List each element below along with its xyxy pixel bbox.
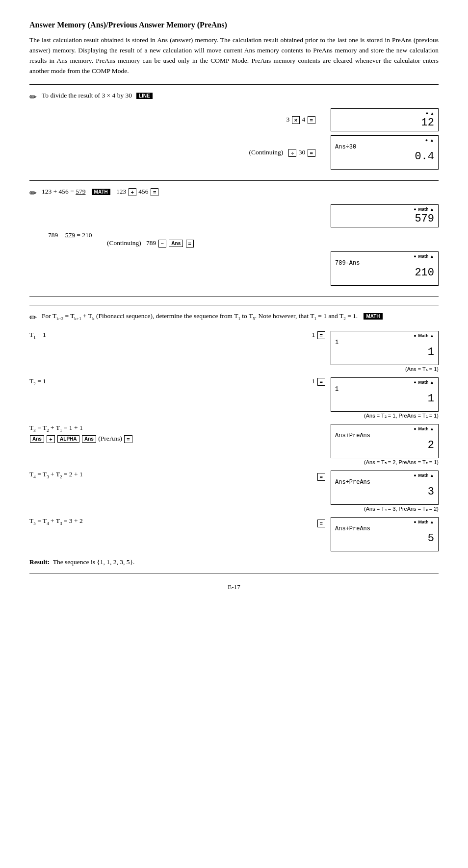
t2-result: 1 <box>335 393 434 405</box>
screen-indicator1: ● <box>426 111 428 116</box>
multiply-key: × <box>292 116 300 124</box>
t5-row: T5 = T4 + T3 = 3 + 2 = ● Math ▲ Ans+PreA… <box>29 517 439 551</box>
t2-note: (Ans = T₂ = 1, PreAns = T₁ = 1) <box>331 413 439 419</box>
eq-t2: = <box>317 378 325 386</box>
pencil-icon: ✏ <box>29 92 37 102</box>
example1-step1-keys: 3 × 4 = <box>29 116 321 124</box>
t2-label: T2 = 1 <box>29 377 46 385</box>
page-number: E-17 <box>29 583 439 591</box>
t1-screen-input: 1 <box>335 339 434 346</box>
example1-step2-keys: (Continuing) ÷ 30 = <box>29 149 321 157</box>
screen-circle-t5: ● <box>414 520 416 524</box>
t5-left: T5 = T4 + T3 = 3 + 2 = <box>29 517 331 527</box>
t2-keys: 1 = <box>312 377 331 386</box>
pencil-icon2: ✏ <box>29 188 37 198</box>
ans2-key-t3: Ans <box>82 435 96 443</box>
t1-result: 1 <box>335 346 434 358</box>
screen-circle-t4: ● <box>414 473 416 478</box>
t5-screen: ● Math ▲ Ans+PreAns 5 <box>331 517 439 551</box>
ans-key-t3: Ans <box>30 435 44 443</box>
divide-key: ÷ <box>288 149 296 157</box>
t3-label-line1: T3 = T2 + T1 = 1 + 1 <box>29 424 331 433</box>
example2-header: ✏ 123 + 456 = 579 MATH 123 + 456 = <box>29 188 439 198</box>
eq-t1: = <box>317 331 325 339</box>
fibonacci-section: ✏ For Tk+2 = Tk+1 + Tk (Fibonacci sequen… <box>29 305 439 566</box>
screen-circle3: ● <box>414 207 416 212</box>
example2-step1-screen: ● Math ▲ 579 <box>331 204 439 227</box>
t2-screen-area: ● Math ▲ 1 1 (Ans = T₂ = 1, PreAns = T₁ … <box>331 377 439 419</box>
example2-block: ✏ 123 + 456 = 579 MATH 123 + 456 = ● Mat… <box>29 181 439 297</box>
t4-left: T4 = T3 + T2 = 2 + 1 = <box>29 471 331 481</box>
t2-row: T2 = 1 1 = ● Math ▲ 1 1 (Ans = T₂ = 1, P… <box>29 377 439 419</box>
plus-key: + <box>129 188 136 196</box>
t2-screen-input: 1 <box>335 386 434 393</box>
screen-circle4: ● <box>414 254 416 259</box>
screen-math-t2: Math ▲ <box>418 380 434 385</box>
math-badge2: MATH <box>364 313 382 320</box>
screen-math-t1: Math ▲ <box>418 333 434 338</box>
t2-left: T2 = 1 1 = <box>29 377 331 386</box>
eq-key4: = <box>186 240 194 248</box>
example1-block: ✏ To divide the result of 3 × 4 by 30 LI… <box>29 84 439 181</box>
t1-screen: ● Math ▲ 1 1 <box>331 331 439 365</box>
t1-screen-area: ● Math ▲ 1 1 (Ans = T₁ = 1) <box>331 331 439 372</box>
alpha-key-t3: ALPHA <box>57 435 79 443</box>
screen-circle-t3: ● <box>414 426 416 431</box>
t5-screen-area: ● Math ▲ Ans+PreAns 5 <box>331 517 439 551</box>
screen-arrow2: ▲ <box>430 138 434 143</box>
example1-header-text: To divide the result of 3 × 4 by 30 LINE <box>42 92 154 99</box>
example2-step2-screen: ● Math ▲ 789-Ans 210 <box>331 251 439 286</box>
pencil-icon3: ✏ <box>29 312 37 323</box>
eq-key3: = <box>151 188 158 196</box>
example1-header: ✏ To divide the result of 3 × 4 by 30 LI… <box>29 92 439 102</box>
t3-screen-input: Ans+PreAns <box>335 432 434 439</box>
equals-key2: = <box>308 149 315 157</box>
t1-left: T1 = 1 1 = <box>29 331 331 340</box>
page-content: Answer Memory (Ans)/Previous Answer Memo… <box>29 20 439 591</box>
screen-arrow1: ▲ <box>430 111 434 116</box>
screen-circle-t2: ● <box>414 380 416 385</box>
fib-intro-text: For Tk+2 = Tk+1 + Tk (Fibonacci sequence… <box>42 312 384 321</box>
example2-header2-text: 789 − 579 = 210 (Continuing) 789 − Ans = <box>48 231 194 248</box>
line-badge: LINE <box>136 93 153 99</box>
t3-screen-area: ● Math ▲ Ans+PreAns 2 (Ans = T₃ = 2, Pre… <box>331 424 439 466</box>
screen-math3: Math ▲ <box>418 207 434 212</box>
example1-step1-screen: ● ▲ 12 <box>331 108 439 131</box>
t4-label: T4 = T3 + T2 = 2 + 1 <box>29 471 83 478</box>
t5-label: T5 = T4 + T3 = 3 + 2 <box>29 517 83 524</box>
t4-screen: ● Math ▲ Ans+PreAns 3 <box>331 471 439 505</box>
eq-t3: = <box>124 435 132 443</box>
example2-result2: 210 <box>335 267 434 279</box>
t3-result: 2 <box>335 439 434 451</box>
t1-keys: 1 = <box>312 331 331 339</box>
example2-screen2-input: 789-Ans <box>335 260 434 267</box>
t4-screen-area: ● Math ▲ Ans+PreAns 3 (Ans = T₄ = 3, Pre… <box>331 471 439 512</box>
intro-text: The last calculation result obtained is … <box>29 35 439 76</box>
plus-key-t3: + <box>47 435 54 443</box>
example2-result1: 579 <box>335 213 434 225</box>
t3-screen: ● Math ▲ Ans+PreAns 2 <box>331 424 439 458</box>
t1-note: (Ans = T₁ = 1) <box>331 366 439 372</box>
example1-result1: 12 <box>335 117 434 129</box>
example2-part2-header: 789 − 579 = 210 (Continuing) 789 − Ans = <box>29 231 439 248</box>
screen-circle-t1: ● <box>414 333 416 338</box>
t3-row: T3 = T2 + T1 = 1 + 1 Ans + ALPHA Ans (Pr… <box>29 424 439 466</box>
screen-math-t3: Math ▲ <box>418 426 434 431</box>
t1-row: T1 = 1 1 = ● Math ▲ 1 1 (Ans = T₁ = 1) <box>29 331 439 372</box>
example1-step1-row: 3 × 4 = ● ▲ 12 <box>29 108 439 131</box>
t2-screen: ● Math ▲ 1 1 <box>331 377 439 412</box>
t1-label: T1 = 1 <box>29 331 46 338</box>
example1-step2-screen: ● ▲ Ans÷30 0.4 <box>331 135 439 170</box>
t4-note: (Ans = T₄ = 3, PreAns = T₃ = 2) <box>331 506 439 512</box>
screen-circle2: ● <box>425 138 428 143</box>
example1-step2-row: (Continuing) ÷ 30 = ● ▲ Ans÷30 0.4 <box>29 135 439 170</box>
bottom-rule <box>29 573 439 573</box>
result-line: Result: The sequence is {1, 1, 2, 3, 5}. <box>29 558 439 566</box>
t3-left: T3 = T2 + T1 = 1 + 1 Ans + ALPHA Ans (Pr… <box>29 424 331 443</box>
minus-key: − <box>158 240 166 248</box>
t5-screen-input: Ans+PreAns <box>335 525 434 532</box>
example1-result2: 0.4 <box>335 150 434 163</box>
example1-screen2-input: Ans÷30 <box>335 144 434 150</box>
t4-row: T4 = T3 + T2 = 2 + 1 = ● Math ▲ Ans+PreA… <box>29 471 439 512</box>
eq-t4: = <box>317 473 325 481</box>
